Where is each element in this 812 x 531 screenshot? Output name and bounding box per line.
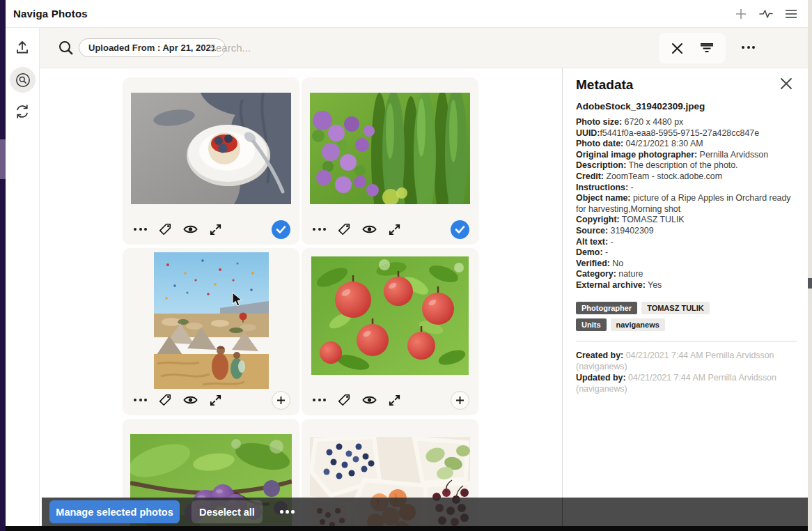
- metadata-title: Metadata: [576, 77, 633, 93]
- tag-value-chip[interactable]: naviganews: [611, 318, 665, 331]
- filter-icon[interactable]: [699, 42, 715, 54]
- metadata-tag-row: Unitsnaviganews: [576, 318, 797, 331]
- metadata-tag-row: PhotographerTOMASZ TULIK: [576, 302, 797, 314]
- window-edge-bottom: [6, 526, 812, 531]
- created-by-row: Created by: 04/21/2021 7:44 AM Pernilla …: [576, 350, 797, 372]
- preview-eye-icon[interactable]: [183, 224, 198, 235]
- expand-icon[interactable]: [388, 394, 401, 407]
- search-icon: [58, 40, 75, 59]
- more-options-icon[interactable]: [134, 228, 147, 231]
- panel-divider: [562, 498, 563, 526]
- metadata-field: Alt text: -: [576, 237, 797, 248]
- metadata-field: External archive: Yes: [576, 280, 797, 291]
- preview-eye-icon[interactable]: [362, 224, 377, 235]
- divider: [576, 341, 797, 341]
- expand-icon[interactable]: [388, 223, 401, 236]
- metadata-tag-list: PhotographerTOMASZ TULIK Unitsnaviganews: [576, 302, 797, 331]
- more-options-icon[interactable]: [313, 399, 326, 401]
- window-edge-scroll-thumb: [0, 139, 6, 179]
- updated-by-row: Updated by: 04/21/2021 7:44 AM Pernilla …: [576, 372, 797, 394]
- deselect-photo-button[interactable]: [272, 220, 290, 239]
- more-options-icon[interactable]: [280, 510, 295, 514]
- search-filter-chip[interactable]: Uploaded From : Apr 21, 2021: [79, 38, 226, 57]
- more-options-icon[interactable]: [134, 399, 147, 401]
- selection-action-bar: Manage selected photos Deselect all: [42, 498, 808, 526]
- left-sidebar: [6, 28, 40, 526]
- tag-value-chip[interactable]: TOMASZ TULIK: [641, 302, 710, 314]
- add-icon[interactable]: [734, 7, 748, 21]
- activity-icon[interactable]: [758, 7, 774, 21]
- metadata-field: UUID:f5441f0a-eaa8-5955-9715-27a428cc847…: [576, 128, 797, 139]
- preview-eye-icon[interactable]: [362, 394, 377, 406]
- metadata-panel: Metadata AdobeStock_319402309.jpeg Photo…: [562, 68, 808, 526]
- window-edge-left: [0, 0, 6, 531]
- refresh-icon[interactable]: [13, 102, 31, 121]
- more-options-icon[interactable]: [742, 46, 755, 49]
- metadata-field: Instructions: -: [576, 183, 797, 194]
- metadata-field: Original image photographer: Pernilla Ar…: [576, 150, 797, 161]
- preview-eye-icon[interactable]: [183, 394, 198, 406]
- window-edge-right: [808, 0, 812, 531]
- deselect-all-button[interactable]: Deselect all: [192, 500, 263, 523]
- metadata-field: Object name: picture of a Ripe Apples in…: [576, 193, 797, 215]
- clear-icon[interactable]: [671, 42, 684, 55]
- search-input[interactable]: Search...: [209, 42, 251, 54]
- sidebar-item-search[interactable]: [10, 67, 36, 93]
- tag-icon[interactable]: [158, 222, 172, 236]
- apples-orchard-photo[interactable]: [311, 256, 469, 375]
- app-title: Naviga Photos: [13, 8, 88, 20]
- manage-selected-photos-button[interactable]: Manage selected photos: [49, 500, 180, 523]
- menu-icon[interactable]: [784, 7, 798, 21]
- photo-card: [302, 248, 478, 415]
- tag-icon[interactable]: [158, 393, 172, 407]
- lilac-flowers-photo[interactable]: [310, 93, 470, 204]
- expand-icon[interactable]: [209, 394, 222, 407]
- metadata-filename: AdobeStock_319402309.jpeg: [576, 101, 797, 111]
- tag-icon[interactable]: [337, 222, 351, 236]
- photo-grid: [40, 68, 562, 526]
- search-controls: [659, 33, 726, 63]
- upload-icon[interactable]: [13, 38, 31, 56]
- close-icon[interactable]: [780, 77, 793, 93]
- metadata-field-list: Photo size: 6720 x 4480 px UUID:f5441f0a…: [576, 117, 797, 291]
- window-edge-mark: [808, 278, 812, 288]
- cappadocia-balloons-photo[interactable]: [154, 252, 269, 389]
- metadata-field: Verified: No: [576, 259, 797, 270]
- photo-card: [123, 77, 299, 245]
- top-bar: Naviga Photos: [6, 0, 808, 28]
- search-bar: Uploaded From : Apr 21, 2021 Search...: [40, 28, 808, 68]
- tag-icon[interactable]: [337, 393, 351, 407]
- select-photo-button[interactable]: [451, 391, 469, 410]
- metadata-field: Description: The description of the phot…: [576, 160, 797, 171]
- metadata-field: Copyright: TOMASZ TULIK: [576, 215, 797, 226]
- metadata-field: Photo date: 04/21/2021 8:30 AM: [576, 139, 797, 150]
- search-circle-icon: [15, 72, 31, 88]
- metadata-field: Category: nature: [576, 269, 797, 280]
- metadata-field: Credit: ZoomTeam - stock.adobe.com: [576, 171, 797, 183]
- naviga-photos-app: Naviga Photos: [0, 0, 812, 531]
- expand-icon[interactable]: [209, 223, 222, 236]
- metadata-field: Source: 319402309: [576, 226, 797, 237]
- tag-key-chip: Photographer: [576, 302, 637, 314]
- metadata-field: Photo size: 6720 x 4480 px: [576, 117, 797, 128]
- more-options-icon[interactable]: [313, 228, 326, 231]
- metadata-field: Demo: -: [576, 247, 797, 259]
- deselect-photo-button[interactable]: [451, 220, 469, 239]
- photo-card: [302, 77, 478, 245]
- cheesecake-dessert-photo[interactable]: [131, 93, 291, 204]
- photo-card: [123, 248, 299, 415]
- select-photo-button[interactable]: [272, 391, 290, 410]
- tag-key-chip: Units: [576, 318, 607, 331]
